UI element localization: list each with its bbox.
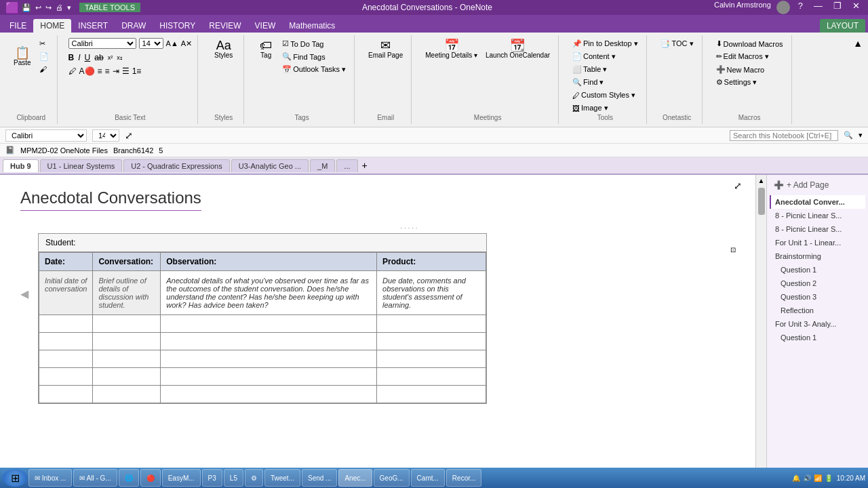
cell-conv-2[interactable]: [93, 333, 161, 350]
expand-icon[interactable]: ⤢: [125, 130, 133, 141]
sidebar-page-question2[interactable]: Question 2: [770, 277, 865, 290]
tab-insert[interactable]: INSERT: [71, 19, 115, 33]
sidebar-page-question1[interactable]: Question 1: [770, 263, 865, 277]
taskbar-browser[interactable]: 🌐: [119, 469, 139, 487]
notebook-path[interactable]: MPM2D-02 OneNote Files: [20, 146, 108, 155]
page-tab-u2[interactable]: U2 - Quadratic Expressions: [123, 159, 230, 172]
taskbar-all-g[interactable]: ✉ All - G...: [73, 469, 117, 487]
quick-access-print[interactable]: 🖨: [56, 3, 63, 12]
search-dropdown[interactable]: ▾: [859, 131, 863, 140]
tab-draw[interactable]: DRAW: [115, 19, 153, 33]
search-notebook-input[interactable]: [730, 130, 838, 141]
styles-button[interactable]: Aa Styles: [212, 38, 235, 60]
align-center-button[interactable]: ≡: [105, 66, 110, 76]
search-icon[interactable]: 🔍: [844, 131, 853, 140]
page-tab-more[interactable]: ...: [336, 159, 357, 172]
cell-conv-4[interactable]: [93, 368, 161, 386]
numbered-list-button[interactable]: 1≡: [132, 66, 142, 76]
page-tab-add[interactable]: +: [359, 160, 370, 171]
taskbar-geog[interactable]: GeoG...: [374, 469, 410, 487]
font-selector[interactable]: Calibri: [68, 38, 136, 49]
taskbar-anec[interactable]: Anec...: [338, 469, 372, 487]
taskbar-camt[interactable]: Camt...: [411, 469, 445, 487]
sidebar-page-unit3[interactable]: For Unit 3- Analy...: [770, 317, 865, 331]
pin-desktop-button[interactable]: 📌 Pin to Desktop ▾: [570, 38, 641, 49]
outlook-tasks-button[interactable]: 📅 Outlook Tasks ▾: [279, 64, 349, 75]
taskbar-recor[interactable]: Recor...: [446, 469, 481, 487]
find-button[interactable]: 🔍 Find ▾: [570, 77, 641, 88]
quick-access-undo[interactable]: ↩: [35, 3, 41, 12]
page-tab-u3[interactable]: U3-Analytic Geo ...: [231, 159, 309, 172]
sidebar-page-brainstorming[interactable]: Brainstorming: [770, 249, 865, 263]
desc-observation[interactable]: Anecdotal details of what you've observe…: [161, 271, 377, 315]
page-tab-hub9[interactable]: Hub 9: [3, 159, 39, 172]
align-left-button[interactable]: ≡: [98, 66, 102, 76]
help-button[interactable]: ?: [795, 1, 806, 14]
taskbar-pdf[interactable]: 🔴: [140, 469, 161, 487]
font-size-selector[interactable]: 14: [139, 38, 163, 49]
taskbar-easym[interactable]: EasyM...: [162, 469, 201, 487]
email-page-button[interactable]: ✉ Email Page: [366, 38, 406, 60]
sidebar-page-unit1[interactable]: For Unit 1 - Linear...: [770, 236, 865, 249]
font-name-input[interactable]: Calibri: [5, 129, 87, 142]
cell-obs-1[interactable]: [161, 315, 377, 333]
volume-icon[interactable]: 🔊: [803, 474, 811, 482]
sidebar-page-picnic1[interactable]: 8 - Picnic Linear S...: [770, 209, 865, 222]
meeting-details-button[interactable]: 📅 Meeting Details ▾: [422, 38, 480, 60]
font-size-input[interactable]: 14: [92, 129, 119, 142]
cell-conv-5[interactable]: [93, 386, 161, 403]
table-move-handle[interactable]: · · · · ·: [83, 224, 735, 232]
ribbon-collapse-button[interactable]: ▲: [853, 38, 863, 49]
italic-button[interactable]: I: [78, 53, 80, 62]
indent-button[interactable]: ⇥: [113, 66, 119, 76]
format-painter-button[interactable]: 🖌: [37, 64, 52, 75]
desc-product[interactable]: Due date, comments and observations on t…: [377, 271, 486, 315]
cell-prod-4[interactable]: [377, 368, 486, 386]
tab-history[interactable]: HISTORY: [153, 19, 202, 33]
scroll-up-button[interactable]: ▲: [756, 175, 767, 186]
bold-button[interactable]: B: [68, 53, 75, 62]
vertical-scrollbar[interactable]: ▲ ▼: [755, 175, 766, 488]
sidebar-page-question3[interactable]: Question 3: [770, 290, 865, 304]
cell-conv-3[interactable]: [93, 350, 161, 368]
edit-macros-button[interactable]: ✏ Edit Macros ▾: [713, 51, 786, 62]
add-page-button[interactable]: ➕ + Add Page: [770, 178, 865, 192]
sidebar-page-question1b[interactable]: Question 1: [770, 331, 865, 344]
page-tab-u1[interactable]: U1 - Linear Systems: [40, 159, 123, 172]
desc-date[interactable]: Initial date of conversation: [39, 271, 93, 315]
cell-date-1[interactable]: [39, 315, 93, 333]
cell-date-2[interactable]: [39, 333, 93, 350]
clear-format-button[interactable]: A✕: [181, 39, 192, 48]
tab-view[interactable]: VIEW: [248, 19, 283, 33]
scroll-thumb[interactable]: [758, 188, 765, 215]
toc-button[interactable]: 📑 TOC ▾: [658, 38, 696, 49]
sidebar-page-anecdotal[interactable]: Anecdotal Conver...: [770, 195, 865, 209]
cell-date-3[interactable]: [39, 350, 93, 368]
taskbar-tweet[interactable]: Tweet...: [264, 469, 300, 487]
strikethrough-button[interactable]: ab: [94, 53, 103, 62]
quick-access-save[interactable]: 💾: [22, 3, 31, 12]
sidebar-page-reflection[interactable]: Reflection: [770, 304, 865, 317]
custom-styles-button[interactable]: 🖊 Custom Styles ▾: [570, 89, 641, 101]
tab-file[interactable]: FILE: [3, 19, 33, 33]
expand-page-button[interactable]: ⤢: [734, 180, 742, 191]
tab-review[interactable]: REVIEW: [202, 19, 248, 33]
download-macros-button[interactable]: ⬇ Download Macros: [713, 38, 786, 49]
copy-button[interactable]: 📄: [37, 51, 52, 62]
taskbar-l5[interactable]: L5: [224, 469, 243, 487]
quick-access-redo[interactable]: ↪: [45, 3, 52, 12]
notebook-branch[interactable]: Branch6142: [113, 146, 153, 155]
network-icon[interactable]: 📶: [814, 474, 822, 482]
table-button[interactable]: ⬜ Table ▾: [570, 64, 641, 75]
subscript-button[interactable]: x²: [108, 54, 113, 61]
table-resize-corner[interactable]: ⊡: [730, 246, 736, 253]
content-button[interactable]: 📄 Content ▾: [570, 51, 641, 62]
highlight-button[interactable]: 🖊: [68, 66, 77, 76]
cell-date-4[interactable]: [39, 368, 93, 386]
restore-button[interactable]: ❐: [831, 1, 844, 14]
taskbar-send[interactable]: Send ...: [302, 469, 337, 487]
bullet-list-button[interactable]: ☰: [122, 66, 130, 76]
cell-obs-4[interactable]: [161, 368, 377, 386]
cell-conv-1[interactable]: [93, 315, 161, 333]
cell-prod-3[interactable]: [377, 350, 486, 368]
